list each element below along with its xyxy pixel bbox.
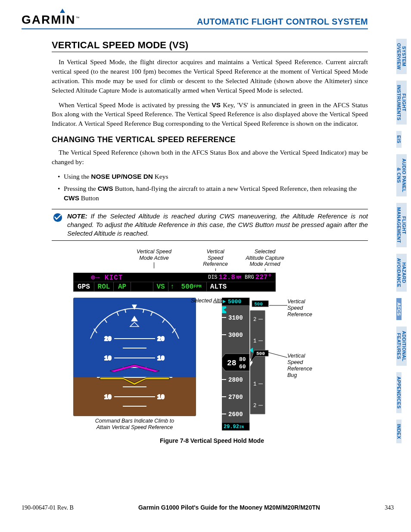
svg-text:2600: 2600 — [228, 411, 243, 418]
svg-text:10: 10 — [157, 355, 165, 362]
figure-7-8: Vertical Speed Mode Active Vertical Spee… — [73, 249, 368, 444]
command-bars-caption: Command Bars Indicate Climb to Attain Ve… — [73, 418, 196, 431]
svg-text:1: 1 — [253, 338, 256, 344]
garmin-logo: GARMIN™ — [22, 13, 80, 27]
tab-hazard-avoidance[interactable]: HAZARD AVOIDANCE — [396, 254, 407, 292]
svg-text:60: 60 — [239, 364, 246, 370]
page-title: VERTICAL SPEED MODE (VS) — [52, 40, 368, 52]
svg-text:3000: 3000 — [228, 332, 243, 339]
paragraph-1: In Vertical Speed Mode, the flight direc… — [52, 57, 368, 95]
tab-afcs[interactable]: AFCS — [396, 298, 402, 320]
svg-line-68 — [265, 352, 287, 358]
section-title: AUTOMATIC FLIGHT CONTROL SYSTEM — [197, 17, 368, 27]
tab-audio-panel-cns[interactable]: AUDIO PANEL & CNS — [396, 154, 407, 196]
svg-text:10: 10 — [157, 394, 165, 401]
tab-appendices[interactable]: APPENDICES — [396, 372, 402, 413]
svg-text:3100: 3100 — [228, 314, 243, 321]
alts-cell: ALTS — [206, 282, 230, 291]
callout-vs-mode-active: Vertical Speed Mode Active — [137, 249, 171, 261]
paragraph-2: When Vertical Speed Mode is activated by… — [52, 100, 368, 129]
doc-title: Garmin G1000 Pilot's Guide for the Moone… — [138, 504, 320, 511]
attitude-indicator: 2020 1010 1010 — [73, 298, 196, 416]
bullet-nose-keys: Using the NOSE UP/NOSE DN Keys — [58, 172, 368, 181]
svg-text:500: 500 — [254, 302, 263, 307]
side-tabs: SYSTEM OVERVIEWFLIGHT INSTRUMENTSEISAUDI… — [396, 39, 411, 450]
tab-system-overview[interactable]: SYSTEM OVERVIEW — [396, 39, 407, 74]
svg-text:500: 500 — [256, 351, 265, 356]
doc-rev: 190-00647-01 Rev. B — [22, 504, 74, 511]
gps-cell: GPS — [74, 282, 94, 291]
bullet-cws: Pressing the CWS Button, hand-flying the… — [58, 184, 368, 203]
callout-alt-capture-armed: Selected Altitude Capture Mode Armed — [246, 249, 284, 267]
tab-eis[interactable]: EIS — [396, 131, 402, 148]
svg-text:2800: 2800 — [228, 376, 243, 383]
ap-cell: AP — [114, 282, 131, 291]
tab-flight-instruments[interactable]: FLIGHT INSTRUMENTS — [396, 81, 407, 125]
svg-text:10: 10 — [104, 394, 112, 401]
svg-text:2700: 2700 — [228, 394, 243, 401]
note-block: NOTE: If the Selected Altitude is reache… — [52, 209, 368, 241]
svg-text:29.92IN: 29.92IN — [224, 424, 244, 430]
vs-cell: VS — [153, 282, 168, 291]
svg-text:1: 1 — [253, 381, 256, 387]
page-number: 343 — [385, 504, 394, 511]
note-icon — [52, 212, 64, 238]
tab-index[interactable]: INDEX — [396, 420, 402, 443]
paragraph-3: The Vertical Speed Reference (shown both… — [52, 148, 368, 167]
tab-flight-management[interactable]: FLIGHT MANAGEMENT — [396, 203, 407, 247]
svg-text:10: 10 — [104, 355, 112, 362]
page-footer: 190-00647-01 Rev. B Garmin G1000 Pilot's… — [22, 504, 394, 511]
svg-text:20: 20 — [157, 336, 165, 342]
svg-text:5000: 5000 — [228, 299, 241, 305]
subheading-changing-vs-ref: CHANGING THE VERTICAL SPEED REFERENCE — [52, 135, 368, 144]
altitude-tape: 5000 500 3100 3000 — [222, 298, 269, 431]
callout-vs-ref-right: Vertical Speed Reference — [287, 299, 312, 318]
callout-vs-ref: Vertical Speed Reference — [203, 249, 228, 267]
svg-text:20: 20 — [104, 336, 112, 342]
tab-additional-features[interactable]: ADDITIONAL FEATURES — [396, 327, 407, 366]
afcs-status-bar: ⊕→ KICT DIS 12.8NM BRG 227° GPS ROL AP V… — [73, 273, 276, 292]
svg-text:80: 80 — [239, 356, 246, 363]
svg-text:28: 28 — [227, 359, 237, 367]
svg-text:2: 2 — [253, 403, 256, 409]
figure-caption: Figure 7-8 Vertical Speed Hold Mode — [56, 437, 368, 444]
rol-cell: ROL — [94, 282, 114, 291]
svg-text:2: 2 — [253, 317, 256, 323]
callout-vs-ref-bug: Vertical Speed Reference Bug — [287, 353, 312, 379]
